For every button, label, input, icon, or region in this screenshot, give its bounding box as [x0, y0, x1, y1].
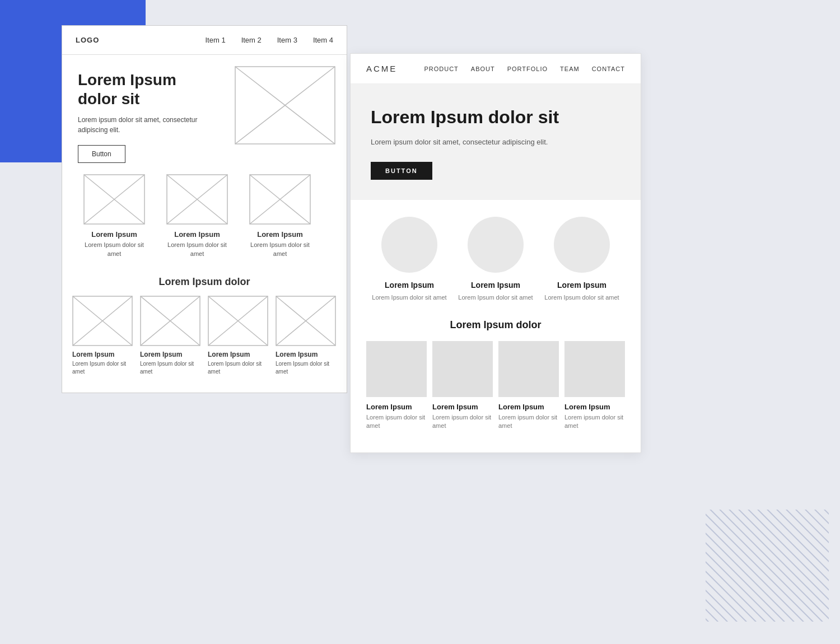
wf-gallery-card-3-title: Lorem Ipsum — [208, 351, 269, 358]
styled-hero-description: Lorem ipsum dolor sit amet, consectetur … — [371, 137, 620, 148]
sp-circle-2-title: Lorem Ipsum — [471, 281, 520, 290]
wf-gallery-card-1-text: Lorem Ipsum dolor sit amet — [72, 360, 133, 376]
sp-gallery-card-1-text: Lorem ipsum dolor sit amet — [366, 413, 427, 431]
wf-gallery-card-2: Lorem Ipsum Lorem Ipsum dolor sit amet — [140, 296, 201, 376]
sp-circle-2-text: Lorem Ipsum dolor sit amet — [458, 293, 533, 302]
wireframe-gallery-row: Lorem Ipsum Lorem Ipsum dolor sit amet L… — [62, 296, 347, 376]
wf-gallery-card-1-title: Lorem Ipsum — [72, 351, 133, 358]
wireframe-hero-content: Lorem Ipsum dolor sit Lorem ipsum dolor … — [78, 71, 212, 163]
sp-gallery-card-2-title: Lorem Ipsum — [432, 403, 493, 411]
sp-gallery-card-4-title: Lorem Ipsum — [564, 403, 625, 411]
sp-gallery-card-2-text: Lorem ipsum dolor sit amet — [432, 413, 493, 431]
sp-circle-1 — [381, 217, 437, 273]
sp-circle-3 — [554, 217, 610, 273]
styled-hero-button[interactable]: BUTTON — [371, 162, 432, 180]
sp-gallery-img-4 — [564, 341, 625, 397]
wf-nav-item-3[interactable]: Item 3 — [277, 36, 297, 44]
sp-gallery-card-2: Lorem Ipsum Lorem ipsum dolor sit amet — [432, 341, 493, 431]
wf-gallery-card-3-text: Lorem Ipsum dolor sit amet — [208, 360, 269, 376]
styled-gallery-section: Lorem Ipsum dolor Lorem Ipsum Lorem ipsu… — [351, 308, 641, 436]
sp-circle-2 — [468, 217, 524, 273]
sp-circle-card-2: Lorem Ipsum Lorem Ipsum dolor sit amet — [456, 217, 535, 302]
wf-nav-item-2[interactable]: Item 2 — [241, 36, 262, 44]
styled-gallery-row: Lorem Ipsum Lorem ipsum dolor sit amet L… — [366, 341, 625, 431]
styled-circles-section: Lorem Ipsum Lorem Ipsum dolor sit amet L… — [351, 200, 641, 308]
wf-card-1: Lorem Ipsum Lorem Ipsum dolor sit amet — [78, 174, 151, 258]
wireframe-gallery-section: Lorem Ipsum dolor Lorem Ipsum Lorem Ipsu… — [62, 264, 347, 376]
sp-gallery-card-1: Lorem Ipsum Lorem ipsum dolor sit amet — [366, 341, 427, 431]
svg-rect-1 — [706, 510, 829, 622]
sp-circle-3-text: Lorem Ipsum dolor sit amet — [544, 293, 619, 302]
sp-circle-3-title: Lorem Ipsum — [557, 281, 606, 290]
sp-gallery-card-4: Lorem Ipsum Lorem ipsum dolor sit amet — [564, 341, 625, 431]
wf-card-1-text: Lorem Ipsum dolor sit amet — [78, 241, 151, 258]
wf-card-3-text: Lorem Ipsum dolor sit amet — [244, 241, 316, 258]
wireframe-hero-image — [235, 66, 335, 144]
sp-nav-product[interactable]: PRODUCT — [424, 66, 458, 72]
wf-gallery-card-2-title: Lorem Ipsum — [140, 351, 201, 358]
sp-circle-1-text: Lorem Ipsum dolor sit amet — [372, 293, 446, 302]
sp-gallery-card-3-text: Lorem ipsum dolor sit amet — [498, 413, 559, 431]
wf-card-2: Lorem Ipsum Lorem Ipsum dolor sit amet — [161, 174, 234, 258]
styled-nav: PRODUCT ABOUT PORTFOLIO TEAM CONTACT — [424, 66, 625, 72]
wf-gallery-card-4-title: Lorem Ipsum — [276, 351, 337, 358]
wf-card-3-title: Lorem Ipsum — [257, 230, 303, 239]
wf-card-1-title: Lorem Ipsum — [91, 230, 137, 239]
sp-gallery-card-3: Lorem Ipsum Lorem ipsum dolor sit amet — [498, 341, 559, 431]
styled-logo: ACME — [366, 64, 397, 73]
sp-gallery-card-3-title: Lorem Ipsum — [498, 403, 559, 411]
sp-circle-card-3: Lorem Ipsum Lorem Ipsum dolor sit amet — [543, 217, 621, 302]
wf-card-2-text: Lorem Ipsum dolor sit amet — [161, 241, 234, 258]
styled-circles-row: Lorem Ipsum Lorem Ipsum dolor sit amet L… — [366, 217, 625, 302]
wireframe-panel: LOGO Item 1 Item 2 Item 3 Item 4 Lorem I… — [62, 25, 347, 393]
sp-gallery-img-2 — [432, 341, 493, 397]
wf-card-2-title: Lorem Ipsum — [174, 230, 220, 239]
wf-card-3: Lorem Ipsum Lorem Ipsum dolor sit amet — [244, 174, 316, 258]
wireframe-logo: LOGO — [76, 36, 99, 44]
sp-gallery-card-1-title: Lorem Ipsum — [366, 403, 427, 411]
styled-hero: Lorem Ipsum dolor sit Lorem ipsum dolor … — [351, 84, 641, 200]
wireframe-cards-section: Lorem Ipsum Lorem Ipsum dolor sit amet L… — [62, 163, 347, 264]
sp-nav-contact[interactable]: CONTACT — [592, 66, 625, 72]
sp-nav-team[interactable]: TEAM — [560, 66, 580, 72]
wireframe-cards-row: Lorem Ipsum Lorem Ipsum dolor sit amet L… — [78, 174, 331, 258]
wireframe-hero-description: Lorem ipsum dolor sit amet, consectetur … — [78, 115, 212, 135]
wf-gallery-card-4-text: Lorem Ipsum dolor sit amet — [276, 360, 337, 376]
wf-gallery-card-3: Lorem Ipsum Lorem Ipsum dolor sit amet — [208, 296, 269, 376]
sp-gallery-card-4-text: Lorem ipsum dolor sit amet — [564, 413, 625, 431]
wireframe-hero-title: Lorem Ipsum dolor sit — [78, 71, 212, 108]
wf-nav-item-4[interactable]: Item 4 — [313, 36, 333, 44]
sp-gallery-img-1 — [366, 341, 427, 397]
styled-header: ACME PRODUCT ABOUT PORTFOLIO TEAM CONTAC… — [351, 54, 641, 84]
styled-gallery-title: Lorem Ipsum dolor — [366, 319, 625, 331]
wf-gallery-card-4: Lorem Ipsum Lorem Ipsum dolor sit amet — [276, 296, 337, 376]
wireframe-hero-button[interactable]: Button — [78, 145, 125, 163]
sp-circle-1-title: Lorem Ipsum — [385, 281, 434, 290]
wf-gallery-card-1: Lorem Ipsum Lorem Ipsum dolor sit amet — [72, 296, 133, 376]
sp-circle-card-1: Lorem Ipsum Lorem Ipsum dolor sit amet — [370, 217, 449, 302]
sp-gallery-img-3 — [498, 341, 559, 397]
sp-nav-portfolio[interactable]: PORTFOLIO — [507, 66, 548, 72]
wf-gallery-card-2-text: Lorem Ipsum dolor sit amet — [140, 360, 201, 376]
styled-hero-title: Lorem Ipsum dolor sit — [371, 106, 620, 128]
wireframe-hero: Lorem Ipsum dolor sit Lorem ipsum dolor … — [62, 55, 347, 163]
wireframe-header: LOGO Item 1 Item 2 Item 3 Item 4 — [62, 26, 347, 55]
styled-panel: ACME PRODUCT ABOUT PORTFOLIO TEAM CONTAC… — [350, 53, 641, 453]
background-diagonal — [706, 510, 829, 622]
wf-nav-item-1[interactable]: Item 1 — [206, 36, 226, 44]
sp-nav-about[interactable]: ABOUT — [471, 66, 495, 72]
wireframe-nav: Item 1 Item 2 Item 3 Item 4 — [206, 36, 334, 44]
wireframe-gallery-title: Lorem Ipsum dolor — [62, 264, 347, 296]
